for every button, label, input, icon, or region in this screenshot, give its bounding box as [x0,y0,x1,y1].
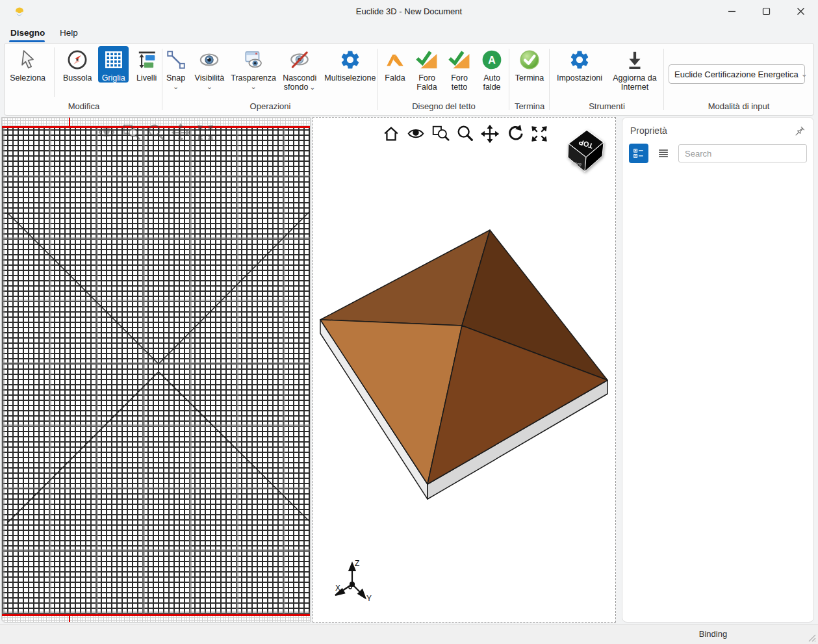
viewport3d-toolbar [381,124,549,144]
livelli-button[interactable]: Livelli [131,46,162,83]
eye-icon [198,48,220,71]
eye-slash-icon [288,48,311,71]
ribbon: Seleziona Bussola Griglia Livelli Modifi… [4,43,814,116]
maximize-icon [762,7,771,16]
foro-tetto-button[interactable]: Foro tetto [444,46,474,92]
foro-falda-button[interactable]: Foro Falda [412,46,442,92]
impostazioni-button[interactable]: Impostazioni [553,46,606,83]
ribbon-group-strumenti: Impostazioni Aggiorna da Internet Strume… [550,46,663,112]
ribbon-group-termina: Termina Termina [510,46,549,112]
close-button[interactable] [784,0,818,22]
bussola-button[interactable]: Bussola [59,46,96,83]
group-label-strumenti: Strumenti [550,101,663,111]
group-label-termina: Termina [510,101,549,111]
group-separator [663,49,664,110]
window-title: Euclide 3D - New Document [0,6,818,16]
download-icon [624,48,646,71]
termina-button[interactable]: Termina [511,46,548,83]
separator [54,47,55,97]
tab-disegno[interactable]: Disegno [9,25,46,40]
grid-icon [103,48,125,71]
chevron-down-icon: ⌄ [801,70,808,79]
model-viewport-3d[interactable]: TOP BACK Z X Y [313,117,616,623]
fullscreen-icon[interactable] [530,124,549,144]
group-separator [377,49,378,110]
input-mode-combobox[interactable]: Euclide Certificazione Energetica ⌄ [669,64,805,84]
multiselezione-button[interactable]: Multiselezione [322,46,378,83]
compass-icon [66,48,88,71]
svg-text:Y: Y [366,594,372,603]
combobox-value: Euclide Certificazione Energetica [674,70,799,79]
trasparenza-button[interactable]: Trasparenza ⌄ [229,46,277,89]
ribbon-group-disegno-tetto: Falda Foro Falda Foro tetto A Auto falde [379,46,509,112]
snap-button[interactable]: Snap ⌄ [162,46,190,89]
eye-icon[interactable] [406,124,426,144]
zoom-icon[interactable] [146,123,166,142]
view-orientation-cube[interactable]: TOP BACK [565,127,606,175]
green-check-icon [518,48,541,71]
categorized-view-button[interactable] [629,144,648,163]
red-reference-tick-top [69,118,70,126]
home-icon[interactable] [381,124,401,144]
aggiorna-da-internet-button[interactable]: Aggiorna da Internet [609,46,661,92]
roof-3d-model [313,118,616,623]
fullscreen-icon[interactable] [196,123,215,142]
window-eye-icon [242,48,264,71]
chevron-down-icon: ⌄ [173,84,179,89]
cursor-icon [17,48,39,71]
zoom-icon[interactable] [455,124,475,144]
group-separator [509,49,509,110]
svg-text:Z: Z [355,559,359,568]
eye-icon[interactable] [97,123,116,142]
minimize-button[interactable] [715,0,749,22]
maximize-button[interactable] [749,0,784,22]
ribbon-group-modalita-input: Euclide Certificazione Energetica ⌄ Moda… [665,46,813,112]
chevron-down-icon: ⌄ [207,84,212,89]
triangle-check-icon [416,48,438,71]
resize-grip[interactable] [808,634,816,642]
chevron-down-icon: ⌄ [309,83,315,91]
menu-bar: Disegno Help [0,23,818,43]
pin-icon [793,125,806,138]
properties-toolbar [629,144,807,163]
levels-icon [136,48,158,71]
group-label-operazioni: Operazioni [163,101,377,111]
viewport2d-toolbar [97,123,215,142]
seleziona-button[interactable]: Seleziona [6,46,49,83]
pin-button[interactable] [793,124,807,138]
group-label-modalita-input: Modalità di input [665,101,813,111]
chevron-down-icon: ⌄ [251,84,257,89]
status-bar: Binding [0,624,818,644]
tab-help[interactable]: Help [58,25,79,40]
pan-icon[interactable] [480,124,500,144]
roof-icon [384,48,406,71]
plan-viewport-2d[interactable] [1,117,311,623]
rotate-icon[interactable] [505,124,524,144]
visibilita-button[interactable]: Visibilità ⌄ [192,46,227,89]
snap-icon [165,48,187,71]
ribbon-group-modifica: Seleziona Bussola Griglia Livelli Modifi… [6,46,162,112]
search-input[interactable] [678,144,807,162]
group-separator [549,49,550,110]
drawing-grid [2,128,310,614]
auto-falde-button[interactable]: A Auto falde [477,46,507,92]
list-icon [657,147,670,160]
status-text: Binding [676,629,750,639]
group-label-modifica: Modifica [6,101,162,111]
title-bar: Euclide 3D - New Document [0,0,818,23]
nascondi-sfondo-button[interactable]: Nascondi sfondo⌄ [280,46,319,92]
properties-title: Proprietà [630,125,667,136]
falda-button[interactable]: Falda [381,46,409,83]
griglia-button[interactable]: Griglia [98,46,129,83]
application-window: Euclide 3D - New Document Disegno Help S… [0,0,818,644]
triangle-check-icon [448,48,470,71]
group-label-disegno-tetto: Disegno del tetto [379,101,509,111]
red-reference-tick-bottom [69,616,70,623]
pan-icon[interactable] [171,123,190,142]
minimize-icon [728,7,736,16]
grid-margin-bottom [2,616,310,623]
zoom-rect-icon[interactable] [121,123,141,142]
alphabetical-view-button[interactable] [654,144,673,163]
svg-text:A: A [488,55,496,66]
zoom-rect-icon[interactable] [431,124,450,144]
